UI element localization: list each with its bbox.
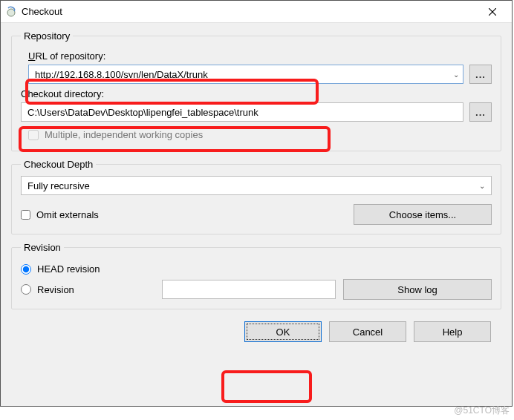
client-area: Repository URL of repository: ⌄ ... Chec… bbox=[1, 23, 512, 351]
multiple-copies-label: Multiple, independent working copies bbox=[45, 129, 203, 140]
depth-select[interactable]: Fully recursive ⌄ bbox=[21, 176, 492, 195]
head-revision-row[interactable]: HEAD revision bbox=[21, 263, 492, 275]
multiple-copies-checkbox bbox=[28, 130, 39, 140]
depth-group: Checkout Depth Fully recursive ⌄ Omit ex… bbox=[11, 159, 501, 234]
chevron-down-icon[interactable]: ⌄ bbox=[449, 70, 463, 79]
close-button[interactable] bbox=[478, 1, 507, 22]
url-label: URL of repository: bbox=[28, 50, 492, 62]
revision-legend: Revision bbox=[21, 242, 64, 253]
revision-radio-row[interactable]: Revision bbox=[21, 284, 154, 295]
checkout-dialog: Checkout Repository URL of repository: ⌄… bbox=[0, 0, 513, 407]
cancel-button[interactable]: Cancel bbox=[329, 321, 406, 342]
url-combobox[interactable]: ⌄ bbox=[28, 65, 463, 84]
browse-url-button[interactable]: ... bbox=[469, 65, 492, 84]
choose-items-button[interactable]: Choose items... bbox=[354, 204, 492, 225]
multiple-copies-row[interactable]: Multiple, independent working copies bbox=[28, 129, 492, 140]
url-row: ⌄ ... bbox=[28, 65, 492, 84]
dialog-footer: OK Cancel Help bbox=[11, 317, 501, 342]
omit-externals-label: Omit externals bbox=[36, 209, 99, 220]
browse-dir-button[interactable]: ... bbox=[469, 102, 492, 122]
highlight-ok bbox=[221, 370, 312, 403]
checkout-dir-input[interactable] bbox=[21, 102, 463, 122]
depth-selected-value: Fully recursive bbox=[27, 180, 90, 191]
repository-legend: Repository bbox=[21, 30, 73, 42]
url-input[interactable] bbox=[29, 69, 449, 80]
revision-number-row: Revision Show log bbox=[21, 279, 492, 300]
svg-point-0 bbox=[7, 9, 15, 16]
help-button[interactable]: Help bbox=[414, 321, 491, 342]
show-log-button[interactable]: Show log bbox=[343, 279, 492, 300]
close-icon bbox=[489, 8, 496, 16]
dir-label: Checkout directory: bbox=[21, 88, 492, 99]
revision-radio[interactable] bbox=[21, 284, 31, 295]
omit-externals-row[interactable]: Omit externals bbox=[21, 209, 99, 220]
revision-input[interactable] bbox=[162, 280, 336, 299]
watermark: @51CTO博客 bbox=[454, 404, 510, 417]
omit-externals-checkbox[interactable] bbox=[21, 210, 30, 220]
revision-radio-label: Revision bbox=[37, 284, 74, 295]
ok-button[interactable]: OK bbox=[244, 321, 322, 342]
app-icon bbox=[5, 6, 17, 18]
chevron-down-icon: ⌄ bbox=[479, 182, 485, 190]
depth-legend: Checkout Depth bbox=[21, 159, 96, 170]
head-revision-radio[interactable] bbox=[21, 264, 31, 275]
repository-group: Repository URL of repository: ⌄ ... Chec… bbox=[11, 30, 501, 151]
depth-options-row: Omit externals Choose items... bbox=[21, 204, 492, 225]
titlebar: Checkout bbox=[1, 1, 512, 23]
dir-row: ... bbox=[21, 102, 492, 122]
window-title: Checkout bbox=[22, 6, 478, 17]
head-revision-label: HEAD revision bbox=[37, 263, 100, 275]
revision-group: Revision HEAD revision Revision Show log bbox=[11, 242, 501, 309]
